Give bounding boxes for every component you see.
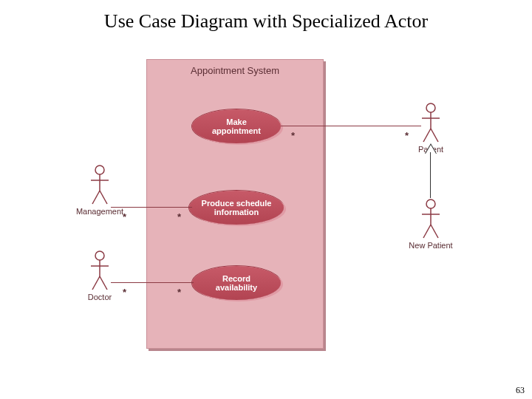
multiplicity: * <box>177 211 181 222</box>
usecase-make-appointment: Makeappointment <box>192 109 281 143</box>
svg-line-4 <box>100 191 107 204</box>
actor-label: Doctor <box>88 293 112 301</box>
stick-figure-icon <box>420 102 442 145</box>
svg-line-18 <box>423 225 431 238</box>
svg-line-9 <box>100 276 107 290</box>
page-number: 63 <box>516 385 525 396</box>
slide: Use Case Diagram with Specialized Actor … <box>0 0 532 399</box>
stick-figure-icon <box>420 198 442 241</box>
association-management-sched <box>111 207 192 208</box>
actor-label: New Patient <box>409 241 452 250</box>
actor-label: Management <box>76 207 123 216</box>
svg-point-0 <box>95 166 104 174</box>
usecase-label: Recordavailability <box>216 274 257 292</box>
svg-line-3 <box>92 191 100 204</box>
usecase-produce-schedule: Produce scheduleinformation <box>189 191 284 225</box>
actor-management: Management <box>89 164 111 207</box>
system-name: Appointment System <box>146 65 324 76</box>
association-patient-make <box>281 126 421 126</box>
svg-line-13 <box>423 129 431 142</box>
svg-point-5 <box>95 251 104 260</box>
actor-doctor: Doctor <box>89 250 111 293</box>
usecase-record-availability: Recordavailability <box>192 266 281 300</box>
association-doctor-avail <box>111 282 194 283</box>
svg-line-8 <box>92 276 100 290</box>
page-title: Use Case Diagram with Specialized Actor <box>0 10 532 33</box>
actor-patient: Patient <box>420 102 442 145</box>
svg-point-10 <box>426 103 435 112</box>
svg-point-15 <box>426 200 435 208</box>
multiplicity: * <box>177 287 181 298</box>
usecase-label: Produce scheduleinformation <box>202 199 272 216</box>
svg-line-19 <box>431 225 438 238</box>
stick-figure-icon <box>89 164 111 207</box>
multiplicity: * <box>123 211 126 222</box>
svg-line-14 <box>431 129 438 142</box>
actor-new-patient: New Patient <box>420 198 442 241</box>
usecase-label: Makeappointment <box>212 117 261 135</box>
stick-figure-icon <box>89 250 111 293</box>
generalization-arrowhead-fill <box>426 145 436 154</box>
multiplicity: * <box>123 287 126 298</box>
multiplicity: * <box>405 130 409 141</box>
multiplicity: * <box>291 130 295 141</box>
generalization-line <box>430 152 431 198</box>
